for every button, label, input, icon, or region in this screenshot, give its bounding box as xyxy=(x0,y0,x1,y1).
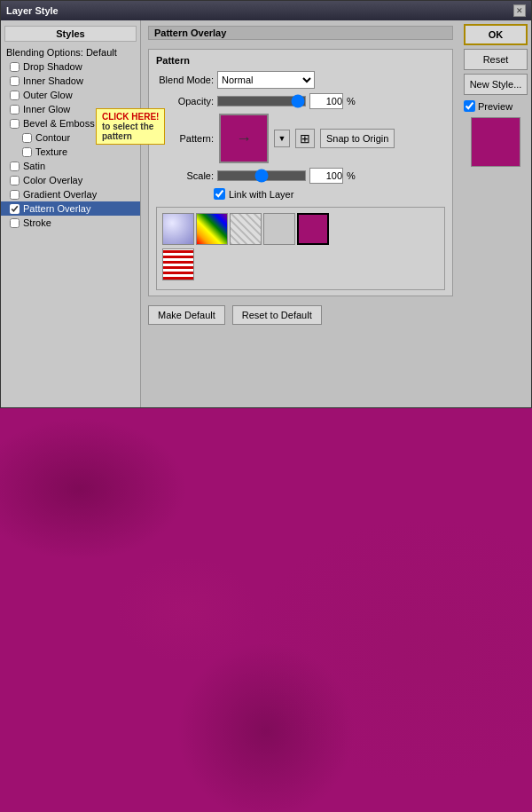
pattern-row: Pattern: → ▼ ⊞ Snap to Origin xyxy=(156,114,445,163)
make-default-button[interactable]: Make Default xyxy=(148,305,225,325)
tooltip-line1: CLICK HERE! xyxy=(102,112,159,122)
layer-style-dialog: Layer Style ✕ Styles Blending Options: D… xyxy=(0,0,532,408)
dialog-body: Styles Blending Options: Default Drop Sh… xyxy=(1,20,531,407)
sidebar-item-blending[interactable]: Blending Options: Default xyxy=(1,45,140,59)
opacity-label: Opacity: xyxy=(156,96,214,106)
scale-slider-container: 100 % xyxy=(217,168,356,184)
pattern-grid xyxy=(162,213,439,245)
opacity-slider[interactable] xyxy=(217,96,306,106)
pattern-cell-gray2[interactable] xyxy=(263,213,295,245)
pattern-overlay-label: Pattern Overlay xyxy=(23,203,90,214)
sidebar-item-pattern-overlay[interactable]: Pattern Overlay xyxy=(1,201,140,216)
pattern-dropdown-panel xyxy=(156,207,445,290)
texture-check[interactable] xyxy=(22,147,32,157)
opacity-input[interactable]: 100 xyxy=(309,93,343,109)
left-panel: Styles Blending Options: Default Drop Sh… xyxy=(1,20,141,407)
sidebar-item-stroke[interactable]: Stroke xyxy=(1,216,140,230)
reset-to-default-button[interactable]: Reset to Default xyxy=(232,305,322,325)
tooltip: CLICK HERE! to select the pattern xyxy=(96,108,165,145)
pattern-dropdown-button[interactable]: ▼ xyxy=(274,130,290,147)
pattern-cell-magenta[interactable] xyxy=(297,213,329,245)
inner-shadow-label: Inner Shadow xyxy=(23,75,83,86)
preview-label: Preview xyxy=(478,101,512,112)
snap-to-origin-button[interactable]: Snap to Origin xyxy=(320,129,395,148)
sidebar-item-outer-glow[interactable]: Outer Glow xyxy=(1,88,140,102)
tooltip-line3: pattern xyxy=(102,131,132,141)
reset-button[interactable]: Reset xyxy=(464,49,528,70)
sidebar-item-gradient-overlay[interactable]: Gradient Overlay xyxy=(1,187,140,201)
link-layer-check[interactable] xyxy=(214,188,225,200)
pattern-arrow-icon: → xyxy=(236,130,252,148)
blending-label: Blending Options: Default xyxy=(6,47,117,58)
scale-label: Scale: xyxy=(156,170,214,181)
pattern-overlay-check[interactable] xyxy=(10,204,20,214)
link-layer-row: Link with Layer xyxy=(156,188,445,200)
inner-glow-check[interactable] xyxy=(10,105,20,114)
pattern-preview[interactable]: → xyxy=(219,114,269,163)
close-button[interactable]: ✕ xyxy=(513,4,526,17)
sidebar-item-satin[interactable]: Satin xyxy=(1,159,140,173)
outer-glow-check[interactable] xyxy=(10,91,20,100)
link-layer-label: Link with Layer xyxy=(229,189,293,200)
dialog-titlebar: Layer Style ✕ xyxy=(1,1,531,20)
tooltip-line2: to select the xyxy=(102,122,153,131)
subsection-title: Pattern xyxy=(156,55,445,66)
scale-row: Scale: 100 % xyxy=(156,168,445,184)
drop-shadow-label: Drop Shadow xyxy=(23,61,82,72)
gradient-overlay-label: Gradient Overlay xyxy=(23,189,97,200)
satin-check[interactable] xyxy=(10,162,20,171)
gradient-overlay-check[interactable] xyxy=(10,190,20,200)
sidebar-item-drop-shadow[interactable]: Drop Shadow xyxy=(1,59,140,74)
contour-check[interactable] xyxy=(22,133,32,143)
pattern-cell-gray1[interactable] xyxy=(230,213,262,245)
inner-shadow-check[interactable] xyxy=(10,76,20,86)
stroke-label: Stroke xyxy=(23,217,51,228)
opacity-slider-container: 100 % xyxy=(217,93,356,109)
pattern-cell-bubble[interactable] xyxy=(162,213,194,245)
texture-label: Texture xyxy=(35,146,67,157)
preview-box xyxy=(471,117,520,167)
background-canvas xyxy=(0,408,532,812)
bevel-label: Bevel & Emboss xyxy=(23,118,95,129)
drop-shadow-check[interactable] xyxy=(10,62,20,72)
sidebar-item-color-overlay[interactable]: Color Overlay xyxy=(1,173,140,187)
blend-mode-label: Blend Mode: xyxy=(156,75,214,85)
action-buttons: Make Default Reset to Default xyxy=(148,305,453,325)
bevel-check[interactable] xyxy=(10,119,20,129)
sidebar-item-inner-shadow[interactable]: Inner Shadow xyxy=(1,74,140,88)
pattern-cell-rainbow[interactable] xyxy=(196,213,228,245)
inner-glow-label: Inner Glow xyxy=(23,104,70,114)
opacity-row: Opacity: 100 % xyxy=(156,93,445,109)
satin-label: Satin xyxy=(23,161,45,171)
opacity-percent: % xyxy=(347,96,356,106)
center-panel: Pattern Overlay Pattern Blend Mode: Norm… xyxy=(141,20,460,407)
color-overlay-label: Color Overlay xyxy=(23,175,82,185)
styles-header: Styles xyxy=(4,26,137,42)
ok-button[interactable]: OK xyxy=(464,24,528,45)
stroke-check[interactable] xyxy=(10,218,20,228)
new-style-button[interactable]: New Style... xyxy=(464,74,528,95)
outer-glow-label: Outer Glow xyxy=(23,90,73,100)
scale-input[interactable]: 100 xyxy=(309,168,343,184)
section-title: Pattern Overlay xyxy=(148,26,453,40)
blend-mode-row: Blend Mode: Normal xyxy=(156,71,445,89)
pattern-section: Pattern Blend Mode: Normal Opacity: 100 … xyxy=(148,49,453,296)
contour-label: Contour xyxy=(35,132,70,143)
sidebar-item-texture[interactable]: Texture xyxy=(1,145,140,159)
right-panel: OK Reset New Style... Preview xyxy=(460,20,531,407)
preview-row: Preview xyxy=(464,100,528,112)
pattern-extra-button[interactable]: ⊞ xyxy=(295,129,315,148)
pattern-cell-stripes[interactable] xyxy=(162,248,194,280)
color-overlay-check[interactable] xyxy=(10,176,20,185)
scale-percent: % xyxy=(347,170,356,181)
blend-mode-select[interactable]: Normal xyxy=(217,71,315,89)
dialog-title: Layer Style xyxy=(6,5,59,16)
pattern-grid-row2 xyxy=(162,248,439,280)
scale-slider[interactable] xyxy=(217,170,306,181)
preview-check[interactable] xyxy=(464,100,475,112)
